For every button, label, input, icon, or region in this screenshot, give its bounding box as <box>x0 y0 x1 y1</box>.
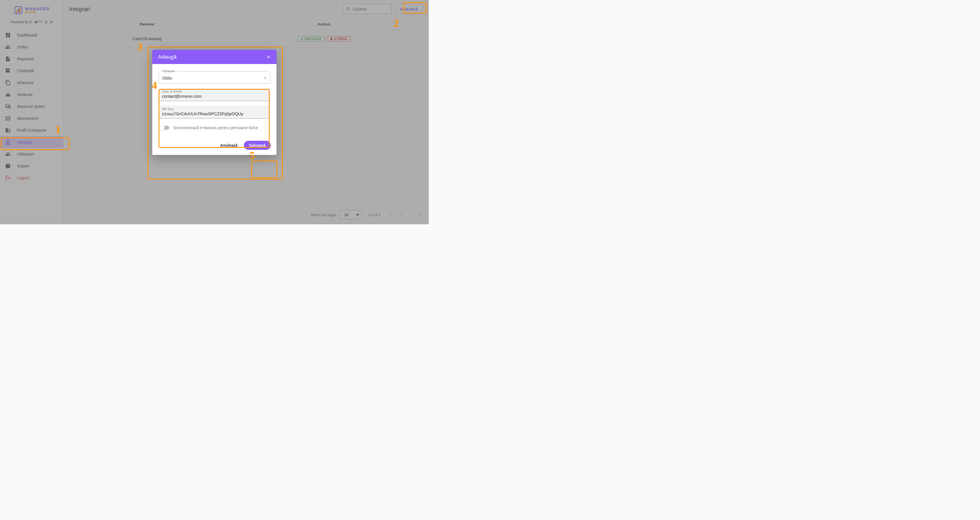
partner-label: Partener <box>162 70 177 73</box>
sync-toggle[interactable] <box>160 126 169 130</box>
user-email-input[interactable] <box>162 93 267 99</box>
partner-value: Oblio <box>162 76 172 81</box>
user-email-label: User or Email <box>162 90 267 93</box>
api-key-label: API Key <box>162 107 267 111</box>
add-modal: Adaugă Partener Oblio ▼ User or Email AP… <box>152 50 277 155</box>
user-email-field[interactable]: User or Email <box>159 88 270 101</box>
sync-toggle-label: Sincronizează e-factura pentru persoane … <box>173 125 258 130</box>
modal-header: Adaugă <box>152 50 277 64</box>
partner-select[interactable]: Partener Oblio ▼ <box>159 71 270 84</box>
api-key-field[interactable]: API Key <box>159 106 270 119</box>
close-icon[interactable] <box>266 55 271 59</box>
chevron-down-icon: ▼ <box>264 76 267 79</box>
save-button[interactable]: Salvează <box>244 141 271 150</box>
cancel-button[interactable]: Anulează <box>216 141 241 150</box>
api-key-input[interactable] <box>162 111 267 117</box>
modal-title: Adaugă <box>158 54 177 60</box>
modal-overlay[interactable]: Adaugă Partener Oblio ▼ User or Email AP… <box>0 0 429 224</box>
